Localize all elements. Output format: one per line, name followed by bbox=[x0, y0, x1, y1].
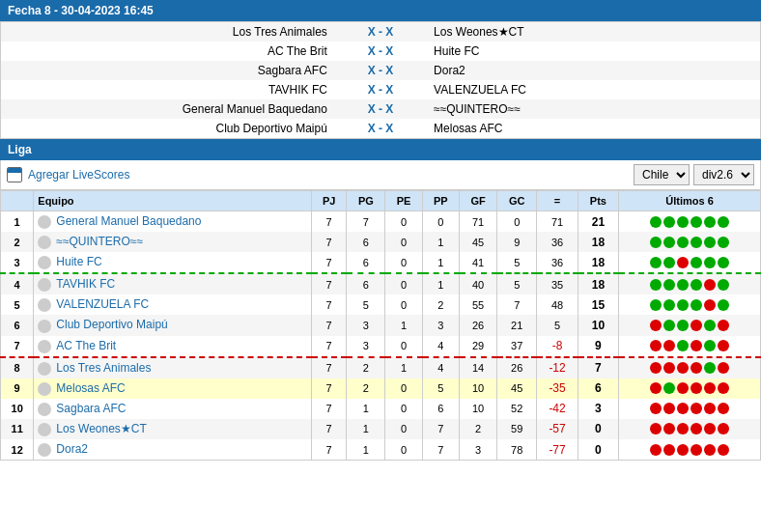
diff-cell: 48 bbox=[537, 294, 578, 315]
team-link[interactable]: Sagbara AFC bbox=[56, 402, 126, 415]
diff-cell: -77 bbox=[537, 439, 578, 461]
result-dot bbox=[691, 362, 702, 374]
pe-cell: 0 bbox=[385, 232, 422, 252]
pe-cell: 1 bbox=[385, 357, 422, 378]
pp-cell: 4 bbox=[422, 336, 459, 357]
result-dot bbox=[677, 237, 689, 248]
pg-cell: 3 bbox=[347, 315, 385, 335]
team-link[interactable]: AC The Brit bbox=[56, 339, 116, 352]
match-score[interactable]: X - X bbox=[333, 22, 428, 42]
table-row: 3 Huite FC 7 6 0 1 41 5 36 18 bbox=[1, 252, 761, 273]
team-link[interactable]: Club Deportivo Maipú bbox=[56, 318, 167, 331]
pp-cell: 1 bbox=[422, 273, 459, 294]
team-link[interactable]: ≈≈QUINTERO≈≈ bbox=[56, 235, 143, 248]
result-dot bbox=[650, 444, 662, 456]
team-link[interactable]: Los Weones★CT bbox=[56, 422, 146, 435]
team-cell: ≈≈QUINTERO≈≈ bbox=[34, 232, 312, 252]
last6-cell bbox=[618, 419, 760, 439]
result-dot bbox=[718, 279, 729, 291]
pg-cell: 2 bbox=[347, 378, 385, 399]
team-link[interactable]: Los Tres Animales bbox=[56, 361, 151, 375]
result-dot bbox=[718, 257, 729, 268]
rank-cell: 1 bbox=[1, 211, 34, 233]
result-dot bbox=[650, 423, 662, 434]
header-bar: Fecha 8 - 30-04-2023 16:45 bbox=[0, 0, 761, 21]
add-livescores-link[interactable]: Agregar LiveScores bbox=[28, 168, 129, 182]
team-link[interactable]: Dora2 bbox=[56, 442, 88, 456]
match-home: Sagbara AFC bbox=[1, 61, 333, 80]
gf-cell: 41 bbox=[459, 252, 496, 273]
match-score[interactable]: X - X bbox=[333, 99, 428, 119]
table-row: 10 Sagbara AFC 7 1 0 6 10 52 -42 3 bbox=[1, 399, 761, 419]
result-dot bbox=[650, 299, 662, 311]
result-dot bbox=[691, 423, 702, 434]
pg-cell: 2 bbox=[347, 357, 385, 378]
rank-cell: 12 bbox=[1, 439, 34, 461]
result-dot bbox=[704, 382, 716, 394]
pe-cell: 0 bbox=[385, 439, 422, 461]
country-select[interactable]: Chile bbox=[634, 164, 690, 185]
col-diff: = bbox=[537, 191, 578, 211]
match-score[interactable]: X - X bbox=[333, 61, 428, 80]
gc-cell: 45 bbox=[497, 378, 537, 399]
rank-cell: 5 bbox=[1, 294, 34, 315]
team-icon bbox=[38, 278, 51, 292]
last6-cell bbox=[618, 378, 760, 399]
gf-cell: 45 bbox=[459, 232, 496, 252]
pj-cell: 7 bbox=[311, 419, 346, 439]
table-row: 11 Los Weones★CT 7 1 0 7 2 59 -57 0 bbox=[1, 419, 761, 439]
team-cell: Huite FC bbox=[34, 252, 312, 273]
match-score[interactable]: X - X bbox=[333, 119, 428, 138]
result-dot bbox=[718, 340, 729, 351]
last6-cell bbox=[618, 315, 760, 335]
pp-cell: 3 bbox=[422, 315, 459, 335]
team-icon bbox=[38, 298, 51, 312]
diff-cell: 36 bbox=[537, 232, 578, 252]
match-row: TAVHIK FC X - X VALENZUELA FC bbox=[1, 80, 760, 99]
gf-cell: 3 bbox=[459, 439, 496, 461]
result-dot bbox=[677, 362, 689, 374]
table-row: 12 Dora2 7 1 0 7 3 78 -77 0 bbox=[1, 439, 761, 461]
gf-cell: 55 bbox=[459, 294, 496, 315]
table-row: 5 VALENZUELA FC 7 5 0 2 55 7 48 15 bbox=[1, 294, 761, 315]
result-dot bbox=[650, 382, 662, 394]
result-dot bbox=[691, 257, 702, 268]
match-score[interactable]: X - X bbox=[333, 80, 428, 99]
last6-cell bbox=[618, 232, 760, 252]
col-last6: Últimos 6 bbox=[618, 191, 760, 211]
result-dot bbox=[650, 237, 662, 248]
team-cell: Melosas AFC bbox=[34, 378, 312, 399]
rank-cell: 11 bbox=[1, 419, 34, 439]
pts-cell: 6 bbox=[578, 378, 618, 399]
match-row: Sagbara AFC X - X Dora2 bbox=[1, 61, 760, 80]
team-link[interactable]: Huite FC bbox=[56, 255, 101, 268]
team-link[interactable]: TAVHIK FC bbox=[56, 277, 115, 291]
match-score[interactable]: X - X bbox=[333, 42, 428, 61]
match-row: Club Deportivo Maipú X - X Melosas AFC bbox=[1, 119, 760, 138]
pg-cell: 6 bbox=[347, 232, 385, 252]
match-away: Dora2 bbox=[428, 61, 760, 80]
result-dot bbox=[718, 299, 729, 311]
pj-cell: 7 bbox=[311, 357, 346, 378]
result-dot bbox=[677, 279, 689, 291]
result-dot bbox=[677, 340, 689, 351]
match-home: TAVHIK FC bbox=[1, 80, 333, 99]
team-icon bbox=[38, 256, 51, 269]
team-cell: TAVHIK FC bbox=[34, 273, 312, 294]
gf-cell: 10 bbox=[459, 399, 496, 419]
team-link[interactable]: VALENZUELA FC bbox=[56, 297, 149, 311]
match-row: AC The Brit X - X Huite FC bbox=[1, 42, 760, 61]
league-select[interactable]: div2.6 bbox=[693, 164, 754, 185]
result-dot bbox=[677, 423, 689, 434]
result-dot bbox=[663, 320, 675, 331]
col-pts: Pts bbox=[578, 191, 618, 211]
result-dot bbox=[650, 340, 662, 351]
team-link[interactable]: Melosas AFC bbox=[56, 381, 125, 395]
pj-cell: 7 bbox=[311, 315, 346, 335]
gc-cell: 0 bbox=[497, 211, 537, 233]
pj-cell: 7 bbox=[311, 273, 346, 294]
result-dot bbox=[704, 216, 716, 228]
team-link[interactable]: General Manuel Baquedano bbox=[56, 214, 201, 228]
pj-cell: 7 bbox=[311, 439, 346, 461]
gc-cell: 5 bbox=[497, 252, 537, 273]
